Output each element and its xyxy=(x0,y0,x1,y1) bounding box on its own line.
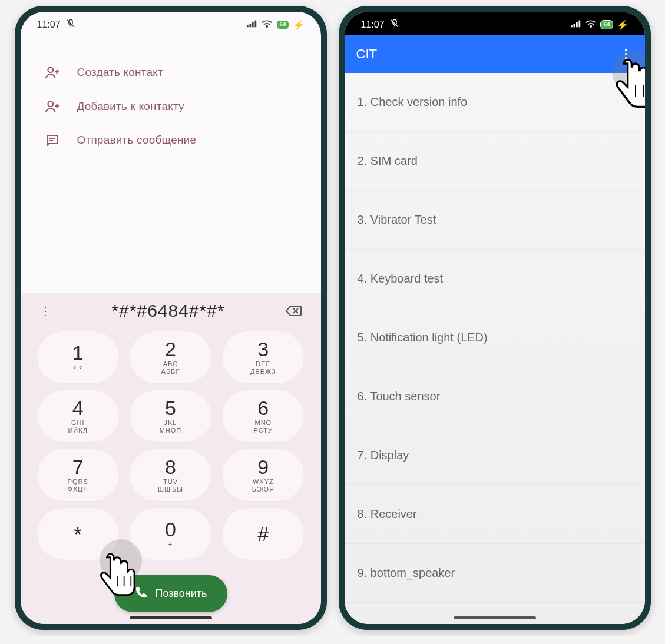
key-digit: 4 xyxy=(72,398,84,418)
key-9[interactable]: 9WXYZЬЭЮЯ xyxy=(222,449,304,501)
mute-icon xyxy=(65,18,76,31)
status-bar: 11:07 64 ⚡ xyxy=(21,12,321,35)
phone-right: 11:07 64 ⚡ CIT 1. Check ve xyxy=(339,6,651,630)
key-0[interactable]: 0+ xyxy=(130,508,211,560)
screen-dialer: 11:07 64 ⚡ Создать ко xyxy=(21,12,321,624)
cit-item-9[interactable]: 9. bottom_speaker xyxy=(345,544,645,603)
key-1[interactable]: 1⚬⚬ xyxy=(37,331,119,383)
cit-list[interactable]: 1. Check version info2. SIM card3. Vibra… xyxy=(345,73,645,624)
signal-icon xyxy=(571,19,581,30)
key-letters: GHIИЙКЛ xyxy=(68,419,87,434)
key-letters: TUVШЩЪЫ xyxy=(158,478,183,493)
charge-icon: ⚡ xyxy=(293,19,305,31)
key-digit: 6 xyxy=(257,398,269,418)
svg-rect-2 xyxy=(252,22,254,27)
svg-rect-11 xyxy=(579,21,581,28)
phone-left: 11:07 64 ⚡ Создать ко xyxy=(15,6,327,630)
key-3[interactable]: 3DEFДЕЁЖЗ xyxy=(222,331,304,383)
key-2[interactable]: 2ABCАБВГ xyxy=(130,331,211,383)
overflow-menu-button[interactable]: ⋮ xyxy=(35,309,56,313)
key-letters: JKLМНОП xyxy=(160,419,182,434)
status-time: 11:07 xyxy=(37,19,61,30)
message-icon xyxy=(44,133,61,147)
key-4[interactable]: 4GHIИЙКЛ xyxy=(37,390,119,442)
status-bar: 11:07 64 ⚡ xyxy=(345,12,645,35)
key-letters: ⚬⚬ xyxy=(72,364,84,371)
svg-point-5 xyxy=(48,67,53,72)
home-indicator[interactable] xyxy=(130,616,212,619)
cit-item-5[interactable]: 5. Notification light (LED) xyxy=(345,308,645,367)
key-*[interactable]: * xyxy=(37,508,119,560)
svg-rect-3 xyxy=(255,21,257,28)
cit-item-2[interactable]: 2. SIM card xyxy=(345,132,645,191)
key-letters: ABCАБВГ xyxy=(161,360,180,376)
dial-input-row: ⋮ *#*#6484#*#* xyxy=(21,293,321,327)
dialer-pad-area: ⋮ *#*#6484#*#* 1⚬⚬2ABCАБВГ3DEFДЕЁЖЗ4GHIИ… xyxy=(21,293,321,624)
add-to-contact-label: Добавить к контакту xyxy=(77,100,184,113)
key-#[interactable]: # xyxy=(222,508,304,560)
key-7[interactable]: 7PQRSФХЦЧ xyxy=(37,449,119,501)
svg-point-4 xyxy=(266,26,268,28)
cit-item-7[interactable]: 7. Display xyxy=(345,426,645,485)
svg-point-6 xyxy=(48,101,53,107)
cit-item-1[interactable]: 1. Check version info xyxy=(345,73,645,132)
key-digit: 9 xyxy=(257,457,269,477)
svg-rect-7 xyxy=(47,135,58,144)
svg-rect-1 xyxy=(250,24,252,27)
key-letters: + xyxy=(168,540,173,548)
key-digit: 8 xyxy=(165,457,176,477)
svg-rect-9 xyxy=(574,24,575,27)
svg-rect-0 xyxy=(247,25,249,28)
send-message-label: Отправить сообщение xyxy=(77,134,197,147)
key-digit: 0 xyxy=(165,519,176,539)
phone-icon xyxy=(134,586,147,602)
call-label: Позвонить xyxy=(156,587,207,600)
charge-icon: ⚡ xyxy=(617,19,628,31)
cit-item-6[interactable]: 6. Touch sensor xyxy=(345,367,645,426)
screen-cit: 11:07 64 ⚡ CIT 1. Check ve xyxy=(345,12,645,624)
key-letters: WXYZЬЭЮЯ xyxy=(252,478,274,493)
key-6[interactable]: 6MNOРСТУ xyxy=(222,390,304,442)
battery-icon: 64 xyxy=(276,20,289,29)
cit-appbar: CIT xyxy=(345,35,645,73)
svg-point-12 xyxy=(590,26,592,28)
wifi-icon xyxy=(261,19,273,31)
cit-item-3[interactable]: 3. Vibrator Test xyxy=(345,191,645,250)
backspace-button[interactable] xyxy=(281,304,307,318)
wifi-icon xyxy=(585,19,597,31)
signal-icon xyxy=(247,19,257,30)
key-digit: 2 xyxy=(165,339,176,359)
call-button[interactable]: Позвонить xyxy=(114,575,227,612)
key-digit: 7 xyxy=(72,457,84,477)
dial-entry[interactable]: *#*#6484#*#* xyxy=(58,301,279,321)
cit-title: CIT xyxy=(356,47,377,62)
cit-item-4[interactable]: 4. Keyboard test xyxy=(345,250,645,308)
battery-icon: 64 xyxy=(600,20,613,29)
cit-item-8[interactable]: 8. Receiver xyxy=(345,485,645,544)
home-indicator[interactable] xyxy=(454,616,536,619)
key-digit: 5 xyxy=(165,398,176,418)
svg-rect-8 xyxy=(571,25,573,28)
create-contact-label: Создать контакт xyxy=(77,66,163,79)
key-digit: * xyxy=(74,524,82,544)
create-contact-row[interactable]: Создать контакт xyxy=(44,55,297,89)
person-add-icon xyxy=(44,99,61,114)
svg-rect-10 xyxy=(576,22,578,27)
key-5[interactable]: 5JKLМНОП xyxy=(130,390,211,442)
key-letters: MNOРСТУ xyxy=(254,419,273,434)
status-time: 11:07 xyxy=(361,19,385,30)
send-message-row[interactable]: Отправить сообщение xyxy=(44,124,297,157)
key-letters: PQRSФХЦЧ xyxy=(68,478,88,493)
key-digit: # xyxy=(257,524,269,544)
mute-icon xyxy=(389,18,400,31)
key-digit: 3 xyxy=(257,339,269,359)
key-letters: DEFДЕЁЖЗ xyxy=(250,360,276,376)
key-8[interactable]: 8TUVШЩЪЫ xyxy=(130,449,211,501)
overflow-menu-button[interactable] xyxy=(619,49,633,59)
add-to-contact-row[interactable]: Добавить к контакту xyxy=(44,89,297,124)
person-add-icon xyxy=(44,65,61,80)
dialer-suggestions: Создать контакт Добавить к контакту Отпр… xyxy=(21,35,321,162)
keypad: 1⚬⚬2ABCАБВГ3DEFДЕЁЖЗ4GHIИЙКЛ5JKLМНОП6MNO… xyxy=(21,327,321,565)
key-digit: 1 xyxy=(72,343,84,363)
